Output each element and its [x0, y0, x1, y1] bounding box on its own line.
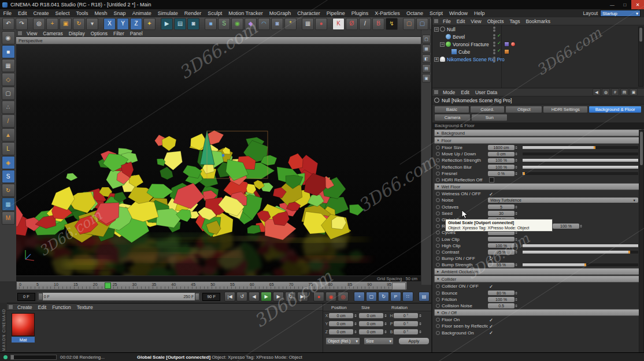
keyframe-dot-icon[interactable]	[436, 284, 440, 288]
enabled-check-icon[interactable]: ✓	[497, 48, 501, 53]
value-field[interactable]: 80 %	[488, 291, 515, 296]
keyframe-selection-button[interactable]: ◎	[338, 292, 349, 302]
coordinate-mode-dropdown[interactable]: Object (Rel.)▾	[325, 337, 360, 345]
keyframe-dot-icon[interactable]	[436, 237, 440, 241]
goto-start-button[interactable]: |◀	[224, 292, 235, 302]
stepper-icon[interactable]	[419, 329, 422, 334]
menu-select[interactable]: Select	[52, 10, 73, 16]
stepper-icon[interactable]	[515, 165, 519, 170]
object-row-null[interactable]: −Null	[432, 25, 644, 33]
slider[interactable]	[523, 159, 638, 162]
stepper-icon[interactable]	[515, 303, 519, 308]
keyframe-dot-icon[interactable]	[436, 152, 440, 156]
size-z-field[interactable]: 0 cm	[359, 329, 383, 334]
object-menu-edit[interactable]: Edit	[454, 18, 468, 24]
slider[interactable]	[523, 152, 638, 155]
menu-sculpt[interactable]: Sculpt	[205, 10, 225, 16]
slider[interactable]	[523, 146, 638, 149]
material-menu-edit[interactable]: Edit	[35, 304, 50, 310]
axis-mode-icon[interactable]: L	[2, 142, 15, 155]
filter-icon[interactable]: ▤	[620, 88, 628, 96]
keyframe-dot-icon[interactable]	[436, 324, 440, 328]
viewport-menu-view[interactable]: View	[24, 31, 40, 36]
viewport-menu-options[interactable]: Options	[88, 31, 110, 36]
keyframe-dot-icon[interactable]	[436, 224, 440, 228]
loop-forward-button[interactable]: ↻	[285, 292, 296, 302]
stepper-icon[interactable]	[515, 145, 519, 150]
slider[interactable]	[523, 172, 638, 175]
polygons-mode-icon[interactable]: ▲	[2, 128, 15, 142]
material-mode-icon[interactable]: ●	[315, 18, 327, 30]
section-wet-floor[interactable]: ▼Wet Floor	[434, 183, 642, 190]
tab-hdri-settings[interactable]: HDRI Settings	[543, 106, 588, 113]
rotation-b-field[interactable]: 0 °	[394, 329, 418, 334]
stepper-icon[interactable]	[384, 329, 387, 334]
value-field[interactable]: 5	[488, 204, 515, 210]
keyframe-dot-icon[interactable]	[436, 331, 440, 335]
attribute-menu-mode[interactable]: Mode	[440, 90, 458, 95]
keyframe-dot-icon[interactable]	[436, 318, 440, 322]
model-mode-icon[interactable]: ■	[2, 45, 15, 58]
prev-frame-button[interactable]: ◀	[249, 292, 260, 302]
section-background[interactable]: ►Background	[434, 129, 642, 136]
lock-z-icon[interactable]: Z	[130, 18, 142, 30]
keyframe-dot-icon[interactable]	[436, 192, 440, 196]
position-x-field[interactable]: 0 cm	[329, 313, 353, 318]
menu-mesh[interactable]: Mesh	[91, 10, 110, 16]
view-panel-2-icon[interactable]: ▦	[422, 44, 431, 53]
timeline-playhead[interactable]	[105, 282, 111, 289]
menu-snap[interactable]: Snap	[110, 10, 129, 16]
menu-character[interactable]: Character	[294, 10, 324, 16]
material-thumbnail[interactable]	[12, 313, 35, 336]
layout-dropdown[interactable]: Startup ▾	[600, 10, 641, 17]
key-rotation-button[interactable]: ↻	[378, 292, 389, 302]
menu-animate[interactable]: Animate	[129, 10, 154, 16]
object-menu-bookmarks[interactable]: Bookmarks	[523, 18, 553, 24]
visibility-dots-icon[interactable]	[493, 49, 496, 55]
keyframe-dot-icon[interactable]	[436, 244, 440, 248]
keyframe-dot-icon[interactable]	[436, 263, 440, 267]
pen-icon[interactable]: /	[359, 18, 371, 30]
stepper-icon[interactable]	[384, 313, 387, 318]
slider[interactable]	[523, 166, 638, 169]
move-icon[interactable]: +	[46, 18, 58, 30]
tab-coord[interactable]: Coord.	[470, 106, 505, 113]
keyframe-dot-icon[interactable]	[436, 165, 440, 169]
keyframe-dot-icon[interactable]	[436, 172, 440, 176]
size-y-field[interactable]: 0 cm	[359, 321, 383, 326]
loop-backward-button[interactable]: ↺	[236, 292, 247, 302]
menu-edit[interactable]: Edit	[15, 10, 31, 16]
stepper-icon[interactable]	[515, 171, 519, 176]
key-scale-button[interactable]: ▢	[366, 292, 377, 302]
lock-icon[interactable]: ▣	[630, 88, 638, 96]
size-x-field[interactable]: 0 cm	[359, 313, 383, 318]
viewport-menu-panel[interactable]: Panel	[127, 31, 146, 36]
menu-x-particles[interactable]: X-Particles	[372, 10, 404, 16]
last-tool-icon[interactable]: ▾	[86, 18, 98, 30]
apply-button[interactable]: Apply	[398, 337, 430, 345]
view-panel-5-icon[interactable]: ▣	[422, 74, 431, 83]
material-menu-function[interactable]: Function	[49, 304, 74, 310]
viewport-menu-display[interactable]: Display	[66, 31, 88, 36]
edges-mode-icon[interactable]: /	[2, 114, 15, 128]
section-ambient-occlusion[interactable]: ►Ambient Occlusion	[434, 268, 642, 275]
menu-plugins[interactable]: Plugins	[348, 10, 372, 16]
object-row-voronoi-fracture[interactable]: −Voronoi Fracture✓	[432, 40, 644, 48]
noise-dropdown[interactable]: Wavy Turbulence▼	[488, 198, 638, 203]
stepper-icon[interactable]	[515, 297, 519, 302]
keyframe-dot-icon[interactable]	[436, 256, 440, 260]
stepper-icon[interactable]	[515, 211, 519, 216]
play-forward-button[interactable]: ▶	[261, 292, 272, 302]
tab-background-floor[interactable]: Background & Floor	[589, 106, 642, 113]
value-field[interactable]: 30	[488, 211, 515, 216]
add-mograph-icon[interactable]: ◉	[231, 18, 243, 30]
render-view[interactable]: Grid Spacing : 50 cm	[16, 44, 421, 281]
view-panel-4-icon[interactable]: ▤	[422, 64, 431, 73]
key-parameter-button[interactable]: P	[390, 292, 401, 302]
display-mode-icon[interactable]: ▦	[302, 18, 314, 30]
record-keyframe-button[interactable]: ●	[313, 292, 324, 302]
checkbox[interactable]: ✓	[489, 317, 493, 323]
keyframe-dot-icon[interactable]	[436, 158, 440, 162]
minimize-button[interactable]: —	[606, 0, 619, 9]
stepper-icon[interactable]	[384, 321, 387, 326]
